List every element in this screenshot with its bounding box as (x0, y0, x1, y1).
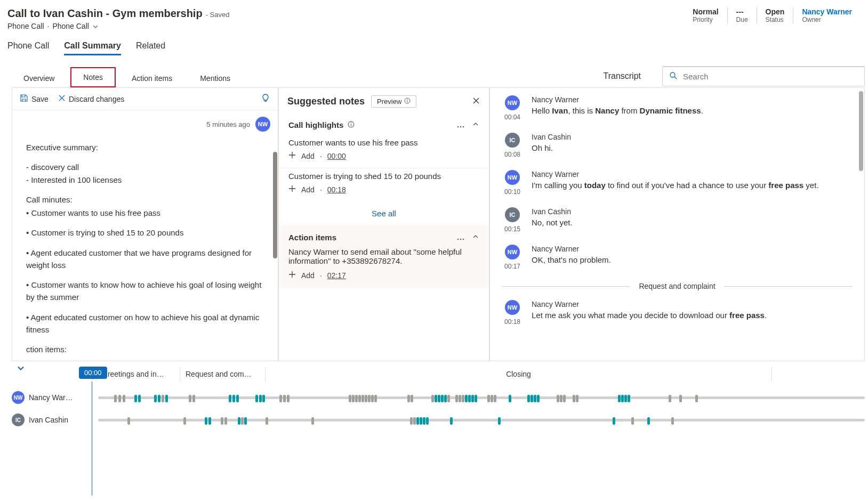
transcript-text: Oh hi. (532, 143, 853, 152)
search-icon (669, 71, 678, 82)
chevron-down-icon[interactable] (92, 23, 99, 29)
preview-button[interactable]: Preview (371, 95, 416, 108)
subtab-action-items[interactable]: Action items (120, 69, 184, 87)
due-label: Due (736, 16, 748, 23)
highlight-text: Customer wants to use his free pass (288, 138, 479, 147)
timeline-tick (411, 395, 413, 402)
status-value[interactable]: Open (766, 7, 785, 16)
suggested-notes-title: Suggested notes (287, 96, 365, 107)
tab-call-summary[interactable]: Call Summary (64, 41, 121, 55)
entity-type-b[interactable]: Phone Call (52, 22, 89, 30)
more-icon[interactable] (457, 120, 464, 129)
timeline-tick (441, 395, 444, 402)
timeline-tick (410, 417, 413, 425)
timeline-tick (628, 395, 630, 402)
timeline-tick (241, 417, 244, 425)
notes-line: • Customer wants to know how to achieve … (26, 279, 264, 304)
add-highlight-button[interactable]: Add (301, 152, 315, 160)
timeline-tick (444, 395, 447, 402)
preview-label: Preview (377, 98, 401, 106)
timeline-tick (255, 395, 258, 402)
timeline-tick (423, 417, 425, 425)
track-label: Nancy War… (29, 393, 73, 402)
add-highlight-button[interactable]: Add (301, 185, 315, 194)
subtab-mentions[interactable]: Mentions (188, 69, 242, 87)
scrollbar-thumb[interactable] (859, 91, 863, 171)
timeline-segments: Greetings and in… Request and com… Closi… (96, 367, 865, 382)
see-all-link[interactable]: See all (372, 209, 396, 218)
timeline-tick (189, 395, 191, 402)
transcript-heading: Transcript (603, 71, 641, 81)
timeline-tick (352, 395, 355, 402)
plus-icon[interactable] (288, 151, 296, 160)
timeline-tick (671, 417, 674, 425)
chevron-down-icon[interactable] (16, 363, 26, 375)
notes-editor[interactable]: Executive summary: - discovery call - In… (12, 132, 278, 361)
timeline-tick (468, 395, 471, 402)
transcript-speaker: Ivan Cashin (532, 133, 853, 141)
timeline-tick (491, 395, 493, 402)
chevron-up-icon[interactable] (472, 120, 479, 129)
avatar: NW (255, 117, 270, 132)
highlight-timestamp[interactable]: 00:18 (327, 185, 346, 194)
segment-closing[interactable]: Closing (266, 367, 772, 382)
timeline-tick (232, 395, 235, 402)
timeline-tick (266, 417, 268, 425)
plus-icon[interactable] (288, 271, 296, 280)
tab-related[interactable]: Related (136, 41, 165, 55)
avatar: NW (505, 95, 520, 110)
scrollbar-thumb[interactable] (273, 152, 277, 258)
suggested-notes-panel: Suggested notes Preview Call highlights … (278, 87, 489, 361)
tab-phone-call[interactable]: Phone Call (7, 41, 49, 55)
add-action-item-button[interactable]: Add (301, 271, 315, 280)
close-suggested-button[interactable] (472, 96, 480, 107)
transcript-speaker: Ivan Cashin (532, 207, 853, 216)
timeline-track-nancy: NWNancy War… (12, 391, 865, 404)
owner-value[interactable]: Nancy Warner (802, 7, 852, 16)
timeline-tick (371, 395, 374, 402)
highlight-timestamp[interactable]: 00:00 (327, 152, 346, 160)
avatar: IC (505, 133, 520, 148)
timeline-tick (123, 395, 125, 402)
transcript-search-input[interactable] (683, 72, 858, 81)
timeline-tick (238, 417, 240, 425)
search-input-wrapper[interactable] (662, 66, 865, 86)
timeline-tick (438, 395, 440, 402)
track-bar[interactable] (98, 396, 865, 399)
timeline-tick (349, 395, 351, 402)
playhead-time: 00:00 (79, 367, 107, 379)
timeline-tick (560, 395, 562, 402)
timeline-tick (138, 395, 141, 402)
discard-button[interactable]: Discard changes (58, 94, 124, 103)
plus-icon[interactable] (288, 185, 296, 194)
timeline-tick (631, 417, 634, 425)
action-item-timestamp[interactable]: 02:17 (327, 271, 346, 280)
status-bar: NormalPriority ---Due OpenStatus Nancy W… (684, 7, 861, 23)
subtab-overview[interactable]: Overview (12, 69, 66, 87)
lightbulb-icon[interactable] (261, 93, 270, 104)
timeline-tick (426, 417, 429, 425)
timeline-tick (118, 395, 121, 402)
timeline-tick (509, 395, 511, 402)
transcript-speaker: Nancy Warner (532, 245, 853, 253)
info-icon[interactable] (348, 120, 355, 129)
timeline-tick (236, 395, 239, 402)
timeline-tick (475, 395, 477, 402)
saved-status: - Saved (206, 11, 230, 19)
save-button[interactable]: Save (20, 94, 49, 104)
timeline-tick (537, 395, 540, 402)
priority-value[interactable]: Normal (693, 7, 718, 16)
call-highlights-heading: Call highlights (288, 120, 343, 129)
segment-request[interactable]: Request and com… (180, 367, 266, 382)
more-icon[interactable] (457, 233, 464, 242)
due-value[interactable]: --- (736, 7, 748, 16)
timeline-tick (465, 395, 468, 402)
chevron-up-icon[interactable] (472, 233, 479, 242)
transcript-time: 00:18 (504, 318, 520, 326)
subtab-notes[interactable]: Notes (70, 67, 116, 87)
transcript-text: OK, that's no problem. (532, 255, 853, 264)
timeline-tick (283, 395, 286, 402)
priority-label: Priority (693, 16, 718, 23)
svg-point-8 (457, 126, 459, 128)
track-bar[interactable] (98, 419, 865, 421)
